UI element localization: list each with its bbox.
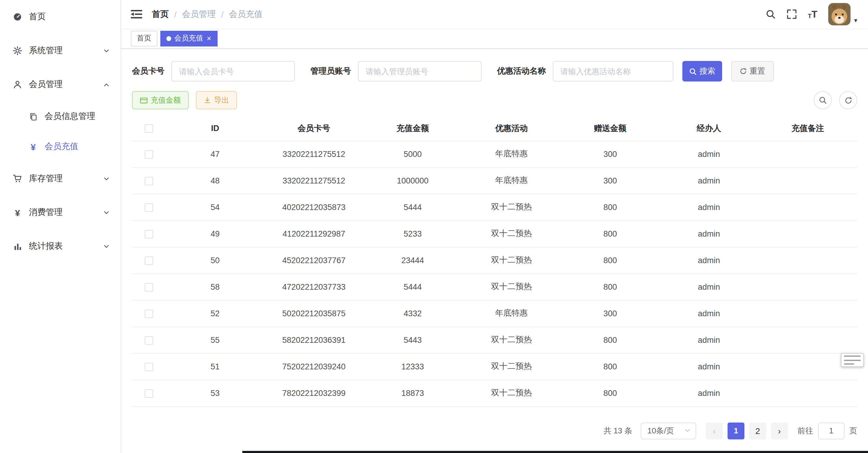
- cell-bonus: 800: [561, 380, 660, 406]
- column-header-bonus: 赠送金额: [561, 116, 660, 141]
- search-button[interactable]: 搜索: [682, 61, 722, 82]
- row-checkbox[interactable]: [145, 256, 153, 265]
- column-header-operator: 经办人: [659, 116, 758, 141]
- admin-account-input[interactable]: [358, 61, 481, 82]
- promo-name-input[interactable]: [553, 61, 673, 82]
- next-page-button[interactable]: ›: [771, 422, 788, 439]
- bottom-strip: [242, 451, 868, 453]
- reset-button[interactable]: 重置: [731, 61, 774, 82]
- search-icon[interactable]: [766, 9, 776, 19]
- cell-id: 48: [166, 167, 265, 194]
- row-checkbox[interactable]: [145, 336, 153, 344]
- sidebar-item-home[interactable]: 首页: [0, 0, 121, 34]
- sidebar-item-member-recharge[interactable]: ¥ 会员充值: [0, 132, 121, 162]
- sidebar-item-label: 系统管理: [29, 45, 103, 56]
- breadcrumb-separator: /: [221, 9, 224, 19]
- page-size-select[interactable]: 10条/页: [641, 422, 696, 439]
- member-card-label: 会员卡号: [132, 66, 164, 77]
- cell-bonus: 800: [561, 353, 660, 380]
- table-toolbar: 充值金额 导出: [132, 91, 857, 109]
- bar-chart-icon: [12, 242, 23, 251]
- table-row: 48 33202211275512 1000000 年底特惠 300 admin: [132, 167, 857, 194]
- yen-icon: ¥: [12, 208, 23, 217]
- cell-operator: admin: [659, 327, 758, 353]
- row-checkbox[interactable]: [145, 176, 153, 185]
- cell-operator: admin: [659, 353, 758, 380]
- cell-promo: 双十二预热: [462, 194, 561, 220]
- user-menu[interactable]: ▼: [828, 3, 858, 25]
- tab-home[interactable]: 首页: [131, 30, 157, 46]
- chevron-down-icon: [103, 175, 110, 182]
- table-row: 49 41202211292987 5233 双十二预热 800 admin: [132, 220, 857, 247]
- cell-operator: admin: [659, 300, 758, 327]
- cell-bonus: 800: [561, 194, 660, 220]
- sidebar-menu: 首页 系统管理 会员管理: [0, 0, 121, 263]
- row-checkbox[interactable]: [145, 283, 153, 291]
- table-header-cell: [132, 116, 166, 141]
- breadcrumb-member-management[interactable]: 会员管理: [182, 9, 216, 20]
- table-refresh-button[interactable]: [839, 91, 857, 109]
- sidebar-item-member[interactable]: 会员管理: [0, 67, 121, 102]
- cell-card-number: 58202212036391: [265, 327, 364, 353]
- row-checkbox[interactable]: [145, 230, 153, 238]
- page-button-1[interactable]: 1: [727, 422, 744, 439]
- sidebar-item-label: 会员充值: [44, 141, 110, 152]
- cell-recharge-amount: 12333: [363, 353, 462, 380]
- row-checkbox[interactable]: [145, 150, 153, 159]
- cell-recharge-amount: 23444: [363, 247, 462, 274]
- member-submenu: 会员信息管理 ¥ 会员充值: [0, 102, 121, 162]
- cell-id: 58: [166, 274, 265, 300]
- page-button-2[interactable]: 2: [749, 422, 766, 439]
- row-checkbox[interactable]: [145, 203, 153, 211]
- table-cell: [132, 194, 166, 220]
- chevron-up-icon: [103, 81, 110, 88]
- row-checkbox[interactable]: [145, 389, 153, 397]
- cell-recharge-amount: 5444: [363, 194, 462, 220]
- sidebar-item-inventory[interactable]: 库存管理: [0, 162, 121, 196]
- fullscreen-icon[interactable]: [786, 9, 797, 19]
- breadcrumb-home[interactable]: 首页: [152, 9, 169, 20]
- close-icon[interactable]: ×: [207, 34, 211, 42]
- sidebar-item-system[interactable]: 系统管理: [0, 34, 121, 67]
- tab-member-recharge[interactable]: 会员充值 ×: [160, 30, 217, 46]
- row-checkbox[interactable]: [145, 363, 153, 371]
- select-all-checkbox[interactable]: [145, 125, 153, 133]
- widget-line: [844, 356, 861, 357]
- breadcrumb-member-recharge[interactable]: 会员充值: [229, 9, 263, 20]
- export-button[interactable]: 导出: [196, 91, 237, 109]
- prev-page-button[interactable]: ‹: [706, 422, 723, 439]
- table-row: 54 40202212035873 5444 双十二预热 800 admin: [132, 194, 857, 220]
- cell-card-number: 41202211292987: [265, 220, 364, 247]
- cell-card-number: 50202212035875: [265, 300, 364, 327]
- recharge-button-label: 充值金额: [151, 95, 181, 105]
- cell-promo: 双十二预热: [462, 327, 561, 353]
- cell-card-number: 45202212037767: [265, 247, 364, 274]
- dashboard-icon: [12, 12, 23, 22]
- row-checkbox[interactable]: [145, 309, 153, 318]
- hamburger-icon[interactable]: [131, 10, 142, 19]
- cell-id: 50: [166, 247, 265, 274]
- table-cell: [132, 220, 166, 247]
- member-card-input[interactable]: [171, 61, 295, 82]
- sidebar-item-member-info[interactable]: 会员信息管理: [0, 102, 121, 132]
- cell-id: 49: [166, 220, 265, 247]
- avatar[interactable]: [828, 3, 850, 25]
- table-tools: [814, 91, 857, 109]
- sidebar-item-label: 库存管理: [29, 173, 103, 184]
- search-icon: [818, 96, 827, 105]
- cell-remark: [758, 380, 857, 406]
- user-icon: [12, 80, 23, 89]
- yen-icon: ¥: [28, 142, 38, 151]
- chevron-down-icon: [684, 427, 691, 434]
- sidebar-item-stats[interactable]: 统计报表: [0, 229, 121, 263]
- table-cell: [132, 274, 166, 300]
- sidebar-item-label: 会员信息管理: [44, 111, 110, 122]
- sidebar-item-consume[interactable]: ¥ 消费管理: [0, 196, 121, 229]
- font-size-icon[interactable]: TT: [808, 9, 817, 19]
- floating-widget[interactable]: [841, 353, 864, 367]
- table-search-button[interactable]: [814, 91, 832, 109]
- goto-page-input[interactable]: [818, 422, 844, 439]
- recharge-amount-button[interactable]: 充值金额: [132, 91, 189, 109]
- table-cell: [132, 300, 166, 327]
- cell-promo: 年底特惠: [462, 167, 561, 194]
